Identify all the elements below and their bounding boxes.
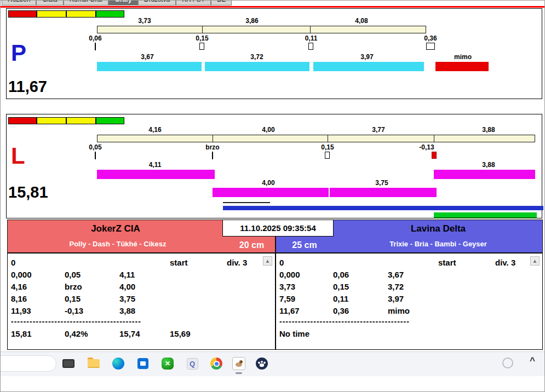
table-row: 8,16 0,15 3,75 <box>8 294 275 305</box>
progress-line <box>223 202 270 203</box>
taskbar-search-input[interactable] <box>0 355 56 372</box>
split-label: 3,88 <box>464 126 513 134</box>
cell: 0,36 <box>333 306 349 315</box>
chrome-icon[interactable] <box>209 356 224 371</box>
cell: brzo <box>65 282 82 291</box>
tab-kombi-graf[interactable]: Kombi Graf <box>64 1 109 5</box>
tick-marker <box>212 152 213 159</box>
split-bar-magenta <box>330 188 437 197</box>
table-total-row: No time <box>276 329 542 340</box>
team-left-category: 20 cm <box>228 240 275 250</box>
cell: 15,81 <box>11 329 32 338</box>
file-explorer-icon[interactable] <box>86 356 101 371</box>
cell: 4,11 <box>119 270 135 279</box>
tick-marker <box>308 43 313 50</box>
dog-app-icon[interactable] <box>231 356 246 371</box>
team-left-table: 0 start div. 3 0,000 0,05 4,11 4,16 brzo… <box>7 253 276 350</box>
tab-rozbeh[interactable]: Rozběh <box>2 1 36 5</box>
scale-block-red <box>8 117 37 124</box>
cell: No time <box>279 329 309 338</box>
cell: div. 3 <box>227 258 247 267</box>
table-row: 4,16 brzo 4,00 <box>8 282 275 293</box>
red-divider-line <box>1 6 545 8</box>
tab-druzstva[interactable]: Družstva <box>138 1 176 5</box>
lane-l-total-time: 15,81 <box>8 185 48 200</box>
table-row: 0 start div. 3 <box>8 258 275 269</box>
progress-bar-blue <box>223 206 543 210</box>
cell: 0 <box>279 258 284 267</box>
cell: -0,13 <box>65 306 83 315</box>
cell: 0 <box>11 258 15 267</box>
cell: 0,11 <box>333 294 348 303</box>
store-icon[interactable] <box>135 356 151 371</box>
tray-chevron-up-icon[interactable]: ^ <box>530 355 535 366</box>
cell: 11,67 <box>279 306 300 315</box>
cell: 11,93 <box>11 306 31 315</box>
edge-icon[interactable] <box>111 356 126 371</box>
cell: 8,16 <box>11 294 27 303</box>
change-label: 0,36 <box>406 34 455 42</box>
tab-cidla[interactable]: Čidla <box>36 1 63 5</box>
tick-marker <box>325 152 330 159</box>
tab-dz[interactable]: DZ <box>211 1 232 5</box>
lane-letter-l: L <box>11 145 25 168</box>
cell: 3,73 <box>279 282 295 291</box>
tray-sync-icon[interactable] <box>502 358 513 368</box>
scroll-up-button[interactable]: ▲ <box>530 256 540 266</box>
team-left-name: JokerZ CIA <box>8 223 223 234</box>
tab-grafy[interactable]: Grafy <box>108 1 137 5</box>
cell: 0,05 <box>65 270 81 279</box>
split-label: 3,97 <box>342 53 392 61</box>
split-label: 4,11 <box>130 161 180 169</box>
split-label: 3,72 <box>232 53 282 61</box>
scale-block-yellow <box>66 117 96 124</box>
cell: 0,15 <box>65 294 81 303</box>
split-label: 3,77 <box>354 126 403 134</box>
cell: 4,00 <box>119 282 135 291</box>
tab-kr-st[interactable]: KR / ST <box>176 1 211 5</box>
progress-bar-green <box>434 212 537 218</box>
fault-label: mimo <box>438 53 487 61</box>
panel-p: 3,73 3,86 4,08 0,06 0,15 0,11 0,36 P 3,6… <box>6 8 542 99</box>
cell: 0,15 <box>333 282 349 291</box>
window-icon[interactable] <box>61 356 76 371</box>
cell: 3,67 <box>388 270 404 279</box>
cell: 3,75 <box>119 294 135 303</box>
scale-block-green <box>96 117 124 124</box>
tick-marker <box>95 43 96 50</box>
cell: start <box>170 258 188 267</box>
scale-segment <box>202 26 311 33</box>
tick-marker <box>95 152 96 159</box>
split-label: 4,00 <box>244 179 293 187</box>
table-total-row: 15,81 0,42% 15,74 15,69 <box>8 329 275 340</box>
split-label: 4,00 <box>244 126 293 134</box>
split-bar-magenta <box>434 170 535 179</box>
paw-icon[interactable] <box>254 356 269 371</box>
table-row: 11,93 -0,13 3,88 <box>8 306 275 317</box>
table-row: 0 start div. 3 <box>276 258 542 269</box>
tick-marker <box>426 43 435 50</box>
cell: 0,000 <box>11 270 32 279</box>
cell: 7,59 <box>279 294 295 303</box>
table-separator: ----------------------------------------… <box>11 317 141 326</box>
cell: 3,72 <box>388 282 404 291</box>
xbox-icon[interactable]: ✕ <box>160 356 175 371</box>
app-q-icon[interactable]: Q <box>185 356 200 371</box>
split-bar-cyan <box>97 62 202 71</box>
team-right-name: Lavina Delta <box>334 223 542 234</box>
table-separator: ----------------------------------------… <box>279 317 410 326</box>
cell: 0,42% <box>65 329 88 338</box>
scale-block-yellow <box>37 10 66 18</box>
change-label: brzo <box>188 143 237 151</box>
scroll-up-button[interactable]: ▲ <box>263 256 272 266</box>
scale-segment <box>213 135 328 142</box>
split-bar-magenta <box>97 170 215 179</box>
change-label: 0,06 <box>71 34 120 42</box>
table-row: 11,67 0,36 mimo <box>276 306 542 317</box>
cell: 3,88 <box>119 306 135 315</box>
cell: 15,69 <box>170 329 191 338</box>
split-bar-magenta <box>213 188 329 197</box>
split-bar-cyan <box>205 62 309 71</box>
cell: 0,000 <box>279 270 300 279</box>
cell: 4,16 <box>11 282 27 291</box>
